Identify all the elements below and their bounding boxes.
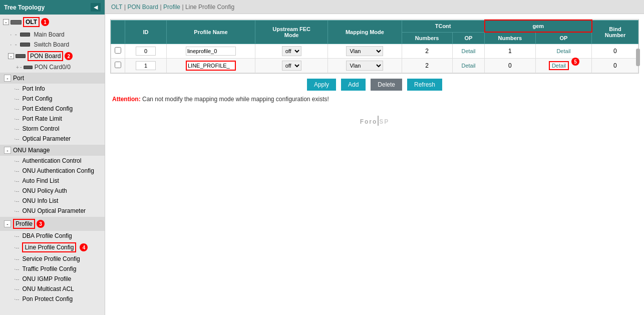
- th-checkbox: [111, 20, 125, 44]
- row0-fec-cell: offon: [255, 44, 328, 59]
- sidebar-header: Tree Topology ◀: [0, 0, 105, 15]
- olt-row[interactable]: - OLT 1: [0, 16, 105, 29]
- row0-mapping-select[interactable]: VlanGEM port: [346, 46, 383, 56]
- forosp-isp: SP: [379, 118, 389, 125]
- profile-badge: 3: [37, 220, 45, 228]
- sidebar-item-storm-control[interactable]: ·--Storm Control: [0, 124, 105, 134]
- attention-message: Can not modify the mapping mode while ma…: [142, 96, 329, 103]
- main-board-row[interactable]: · - Main Board: [0, 30, 105, 40]
- row0-id-cell: [125, 44, 167, 59]
- sidebar-item-line-profile[interactable]: ·--Line Profile Config4: [0, 241, 105, 254]
- sidebar-item-onu-igmp[interactable]: ·--ONU IGMP Profile: [0, 274, 105, 284]
- row1-profile-name-input[interactable]: [186, 61, 236, 71]
- row1-fec-select[interactable]: offon: [282, 61, 301, 71]
- forosp-foro: Foro: [360, 118, 378, 125]
- row1-fec-cell: offon: [255, 59, 328, 73]
- pon-card-label: PON Card0/0: [35, 64, 71, 71]
- breadcrumb: OLT | PON Board | Profile | Line Profile…: [105, 0, 644, 14]
- sidebar-item-port-rate-limit[interactable]: ·--Port Rate Limit: [0, 114, 105, 124]
- sidebar-item-pon-protect[interactable]: ·--Pon Protect Config: [0, 294, 105, 304]
- port-config-label: Port Config: [22, 95, 52, 102]
- row0-mapping-cell: VlanGEM port: [328, 44, 402, 59]
- sidebar-item-traffic-profile[interactable]: ·--Traffic Profile Config: [0, 264, 105, 274]
- sidebar-item-onu-policy-auth[interactable]: ·--ONU Policy Auth: [0, 186, 105, 196]
- row0-tcont-detail-link[interactable]: Detail: [461, 48, 475, 54]
- pon-card-row[interactable]: + - PON Card0/0: [0, 63, 105, 72]
- sidebar-item-service-profile[interactable]: ·--Service Profile Config: [0, 254, 105, 264]
- sidebar-item-auth-control[interactable]: ·--Authentication Control: [0, 156, 105, 166]
- service-profile-label: Service Profile Config: [22, 255, 80, 262]
- main-board-label: Main Board: [34, 31, 64, 38]
- th-bind-number: BindNumber: [592, 20, 638, 44]
- auto-find-label: Auto Find List: [22, 177, 59, 184]
- port-extend-label: Port Extend Config: [22, 105, 73, 112]
- action-buttons-row: Apply Add Delete Refresh: [110, 79, 639, 91]
- sidebar-item-onu-info-list[interactable]: ·--ONU Info List: [0, 196, 105, 206]
- sidebar-item-onu-optical-param[interactable]: ·--ONU Optical Parameter: [0, 206, 105, 216]
- attention-text: Attention: Can not modify the mapping mo…: [110, 96, 639, 103]
- row1-checkbox[interactable]: [115, 62, 121, 68]
- sidebar-item-onu-multicast-acl[interactable]: ·--ONU Multicast ACL: [0, 284, 105, 294]
- optical-param-label: Optical Parameter: [22, 135, 71, 142]
- onu-optical-param-label: ONU Optical Parameter: [22, 207, 86, 214]
- port-expand-icon[interactable]: -: [4, 75, 11, 82]
- table-row: offon VlanGEM port 2 Detail 0 Detail5 0: [111, 59, 638, 73]
- storm-control-label: Storm Control: [22, 125, 59, 132]
- row1-mapping-select[interactable]: VlanGEM port: [346, 61, 383, 71]
- add-button[interactable]: Add: [341, 79, 366, 91]
- switch-board-row[interactable]: · - Switch Board: [0, 40, 105, 50]
- port-rate-label: Port Rate Limit: [22, 115, 62, 122]
- profile-section-header[interactable]: - Profile 3: [0, 217, 105, 231]
- row1-id-input[interactable]: [136, 61, 156, 70]
- th-upstream-fec-mode: Upstream FECMode: [255, 20, 328, 44]
- onu-manage-expand-icon[interactable]: -: [4, 147, 11, 154]
- th-id: ID: [125, 20, 167, 44]
- pon-board-label: PON Board: [28, 51, 63, 61]
- olt-badge: 1: [41, 18, 49, 26]
- sidebar-item-onu-auth-config[interactable]: ·--ONU Authentication Config: [0, 166, 105, 176]
- sidebar-item-auto-find-list[interactable]: ·--Auto Find List: [0, 176, 105, 186]
- apply-button[interactable]: Apply: [307, 79, 336, 91]
- pon-board-expand[interactable]: -: [8, 53, 14, 59]
- onu-manage-items: ·--Authentication Control ·--ONU Authent…: [0, 156, 105, 216]
- olt-expand-icon[interactable]: -: [3, 19, 9, 25]
- row1-gem-numbers: 0: [485, 59, 535, 73]
- pon-board-row[interactable]: - PON Board 2: [0, 50, 105, 63]
- sidebar-item-dba-profile[interactable]: ·--DBA Profile Config: [0, 231, 105, 241]
- row0-fec-select[interactable]: offon: [282, 46, 301, 56]
- sidebar-collapse-button[interactable]: ◀: [91, 3, 101, 12]
- auth-control-label: Authentication Control: [22, 157, 81, 164]
- profile-expand-icon[interactable]: -: [4, 220, 11, 227]
- row0-checkbox[interactable]: [115, 47, 121, 54]
- content-body: ID Profile Name Upstream FECMode Mapping…: [105, 14, 644, 315]
- sidebar-item-port-info[interactable]: ·--Port Info: [0, 84, 105, 94]
- sidebar-item-port-config[interactable]: ·--Port Config: [0, 94, 105, 104]
- row1-tcont-detail-link[interactable]: Detail: [461, 63, 475, 69]
- th-tcont-op: OP: [452, 32, 484, 44]
- row0-profile-name-input[interactable]: [186, 47, 236, 56]
- breadcrumb-profile[interactable]: Profile: [163, 4, 180, 11]
- onu-policy-auth-label: ONU Policy Auth: [22, 187, 67, 194]
- th-gem-op: OP: [535, 32, 592, 44]
- row0-bind-number: 0: [592, 44, 638, 59]
- breadcrumb-olt[interactable]: OLT: [111, 4, 122, 11]
- row0-checkbox-cell: [111, 44, 125, 59]
- row1-id-cell: [125, 59, 167, 73]
- sidebar-item-port-extend-config[interactable]: ·--Port Extend Config: [0, 104, 105, 114]
- switch-board-label: Switch Board: [34, 41, 69, 48]
- breadcrumb-pon-board[interactable]: PON Board: [128, 4, 158, 11]
- profile-table: ID Profile Name Upstream FECMode Mapping…: [111, 20, 638, 73]
- sidebar-item-optical-parameter[interactable]: ·--Optical Parameter: [0, 134, 105, 144]
- delete-button[interactable]: Delete: [371, 79, 402, 91]
- row0-id-input[interactable]: [136, 47, 156, 56]
- sidebar: Tree Topology ◀ - OLT 1 · - Main Board ·…: [0, 0, 105, 315]
- row1-gem-detail-link[interactable]: Detail: [549, 61, 569, 70]
- port-section-header[interactable]: - Port: [0, 73, 105, 84]
- row0-gem-numbers: 1: [485, 44, 535, 59]
- row0-gem-detail-link[interactable]: Detail: [556, 48, 570, 54]
- onu-manage-section-header[interactable]: - ONU Manage: [0, 145, 105, 156]
- row1-tcont-numbers: 2: [402, 59, 452, 73]
- refresh-button[interactable]: Refresh: [407, 79, 442, 91]
- row0-tcont-op: Detail: [452, 44, 484, 59]
- row1-profile-name-cell: [167, 59, 255, 73]
